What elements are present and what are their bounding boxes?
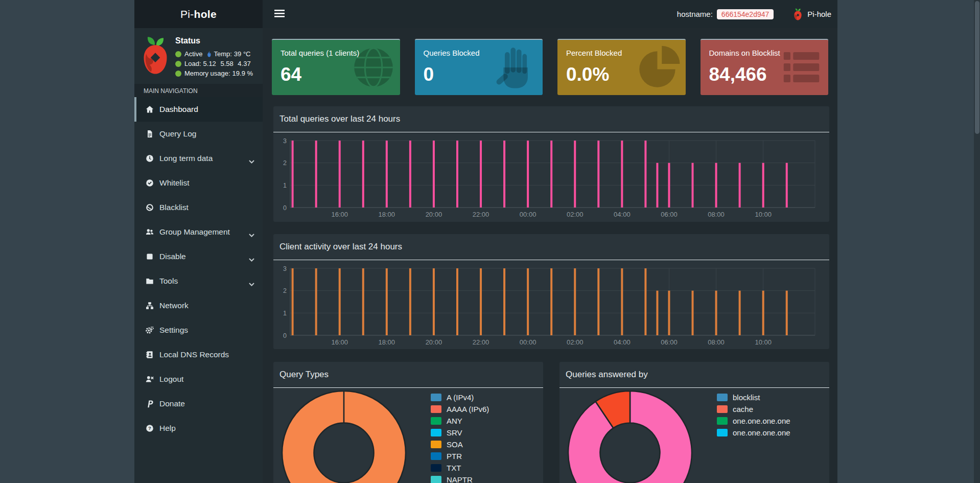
legend-item-txt[interactable]: TXT — [431, 462, 489, 474]
legend-item-aaaa-ipv6[interactable]: AAAA (IPv6) — [431, 403, 489, 415]
bar-02:00 — [574, 141, 576, 208]
sidebar-item-label: Network — [159, 301, 189, 310]
brand-prefix: Pi- — [180, 8, 194, 20]
sidebar-item-dashboard[interactable]: Dashboard — [134, 97, 263, 122]
bar-03:00 — [597, 141, 599, 208]
sidebar-item-logout[interactable]: Logout — [134, 367, 263, 392]
bar-15:00 — [315, 268, 317, 335]
scrollbar-thumb[interactable] — [975, 1, 979, 134]
legend-label: NAPTR — [447, 475, 473, 483]
sidebar-item-blacklist[interactable]: Blacklist — [134, 195, 263, 220]
svg-text:00:00: 00:00 — [520, 211, 536, 218]
gears-icon — [146, 326, 154, 335]
bar-21:00 — [456, 141, 458, 208]
legend-label: one.one.one.one — [733, 428, 790, 437]
client-activity-chart-box: Client activity over last 24 hours 16:00… — [273, 234, 829, 349]
users-icon — [146, 228, 154, 237]
chevron-down-icon — [249, 156, 254, 166]
status-title: Status — [175, 36, 253, 45]
bar-07:00 — [692, 291, 694, 335]
legend-item-soa[interactable]: SOA — [431, 439, 489, 450]
total-queries-chart-box: Total queries over last 24 hours 16:0018… — [273, 106, 829, 222]
legend-swatch — [431, 394, 441, 401]
legend-label: SOA — [447, 440, 463, 449]
card-value: 0 — [424, 64, 543, 85]
check-circle-icon — [146, 179, 154, 188]
bar-15:00 — [315, 141, 317, 208]
svg-text:16:00: 16:00 — [331, 211, 348, 218]
svg-text:04:00: 04:00 — [614, 211, 631, 218]
bar-06:00 — [668, 163, 670, 208]
card-percent-blocked: Percent Blocked0.0% — [557, 39, 686, 95]
top-navbar: hostname: 666154e2d947 Pi-hole — [263, 0, 837, 28]
legend-label: PTR — [447, 452, 462, 461]
queries-answered-by-legend: blocklistcacheone.one.one.oneone.one.one… — [717, 392, 790, 439]
bar-16:00 — [339, 268, 341, 335]
sidebar-toggle-button[interactable] — [273, 9, 286, 19]
folder-icon — [146, 277, 154, 286]
queries-answered-by-box: Queries answered by blocklistcacheone.on… — [559, 362, 829, 483]
legend-item-any[interactable]: ANY — [431, 415, 489, 427]
sidebar: Status Active Temp: 39 °C Load: 5.12 5.5… — [134, 28, 263, 483]
legend-item-a-ipv4[interactable]: A (IPv4) — [431, 392, 489, 403]
svg-text:06:00: 06:00 — [661, 211, 678, 218]
sidebar-item-long-term-data[interactable]: Long term data — [134, 146, 263, 171]
bar-05:30 — [656, 163, 658, 208]
sidebar-item-tools[interactable]: Tools — [134, 269, 263, 293]
load-label: Load: — [184, 60, 201, 67]
summary-cards: Total queries (1 clients)64Queries Block… — [272, 39, 828, 95]
bar-18:00 — [386, 268, 388, 335]
sidebar-item-local-dns-records[interactable]: Local DNS Records — [134, 342, 263, 367]
sidebar-item-donate[interactable]: Donate — [134, 392, 263, 416]
temp-label: Temp: — [214, 50, 231, 58]
svg-text:0: 0 — [283, 332, 287, 339]
status-ok-icon — [175, 71, 181, 77]
card-title: Percent Blocked — [566, 49, 686, 57]
legend-item-naptr[interactable]: NAPTR — [431, 474, 489, 483]
sidebar-item-settings[interactable]: Settings — [134, 318, 263, 342]
bar-03:00 — [597, 268, 599, 335]
sidebar-item-group-management[interactable]: Group Management — [134, 220, 263, 244]
legend-item-cache[interactable]: cache — [717, 403, 790, 415]
sidebar-item-help[interactable]: ?Help — [134, 416, 263, 441]
box-title: Client activity over last 24 hours — [273, 234, 829, 260]
bar-17:00 — [362, 268, 364, 335]
hostname-badge: 666154e2d947 — [717, 9, 774, 19]
legend-swatch — [431, 476, 441, 483]
legend-item-blocklist[interactable]: blocklist — [717, 392, 790, 403]
status-ok-icon — [175, 51, 181, 57]
svg-text:3: 3 — [283, 137, 287, 145]
svg-text:02:00: 02:00 — [567, 211, 584, 218]
card-title: Total queries (1 clients) — [281, 49, 400, 57]
file-icon — [146, 130, 154, 139]
legend-item-ptr[interactable]: PTR — [431, 450, 489, 462]
pihole-brand-link[interactable]: Pi-hole — [807, 10, 831, 18]
bar-20:00 — [433, 141, 435, 208]
hostname-label: hostname: — [677, 10, 713, 18]
legend-swatch — [431, 452, 441, 460]
legend-item-srv[interactable]: SRV — [431, 427, 489, 439]
pihole-dashboard: Pi-hole hostname: 666154e2d947 — [0, 0, 980, 483]
svg-text:06:00: 06:00 — [661, 338, 678, 346]
status-state: Active — [184, 50, 202, 58]
scrollbar-track[interactable] — [974, 0, 980, 483]
svg-text:0: 0 — [283, 204, 287, 212]
legend-swatch — [717, 394, 728, 401]
sidebar-item-label: Disable — [159, 252, 186, 261]
sidebar-item-label: Donate — [159, 399, 185, 408]
legend-item-one-one-one-one[interactable]: one.one.one.one — [717, 415, 790, 427]
svg-text:08:00: 08:00 — [708, 338, 725, 346]
card-value: 64 — [281, 64, 400, 85]
sidebar-item-whitelist[interactable]: Whitelist — [134, 171, 263, 195]
svg-text:18:00: 18:00 — [379, 211, 395, 218]
sidebar-item-query-log[interactable]: Query Log — [134, 122, 263, 146]
sidebar-item-label: Tools — [159, 277, 178, 286]
status-panel: Status Active Temp: 39 °C Load: 5.12 5.5… — [134, 28, 263, 84]
stop-icon — [146, 252, 154, 261]
app-logo[interactable]: Pi-hole — [134, 0, 263, 28]
legend-item-one-one-one-one[interactable]: one.one.one.one — [717, 427, 790, 439]
sidebar-item-network[interactable]: Network — [134, 293, 263, 318]
hamburger-icon — [274, 10, 285, 17]
legend-label: TXT — [447, 464, 461, 472]
sidebar-item-disable[interactable]: Disable — [134, 244, 263, 269]
